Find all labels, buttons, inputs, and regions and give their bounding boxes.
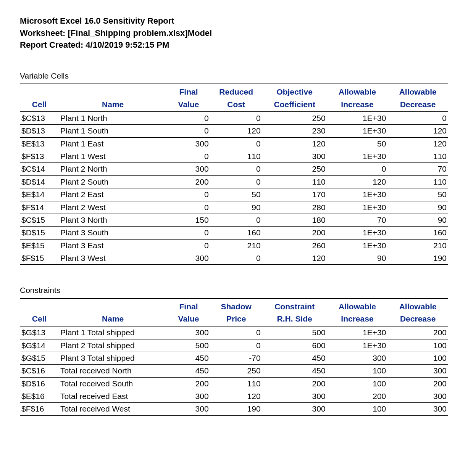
allowable-decrease: 100: [387, 352, 448, 364]
col-header-blank: [20, 84, 59, 98]
allowable-increase: 120: [327, 175, 388, 188]
cell: $F$14: [20, 201, 59, 214]
third-value: 600: [262, 339, 327, 352]
table-row: $F$15Plant 3 West300012090190: [20, 252, 448, 265]
third-value: 110: [262, 175, 327, 188]
final-value: 0: [167, 201, 210, 214]
final-value: 300: [167, 137, 210, 150]
final-value: 500: [167, 339, 210, 352]
table-row: $C$16Total received North450250450100300: [20, 365, 448, 377]
name: Plant 2 East: [59, 188, 167, 201]
final-value: 300: [167, 390, 210, 402]
second-value: 0: [210, 175, 262, 188]
variable-cells-table: Final Reduced Objective Allowable Allowa…: [20, 84, 448, 265]
col-header-constraint: Constraint: [262, 299, 327, 313]
allowable-increase: 1E+30: [327, 150, 388, 163]
cell: $D$14: [20, 175, 59, 188]
col-header-final: Final: [167, 299, 210, 313]
second-value: 0: [210, 339, 262, 352]
final-value: 200: [167, 377, 210, 390]
allowable-increase: 70: [327, 214, 388, 226]
third-value: 250: [262, 163, 327, 175]
section-title-constraints: Constraints: [20, 285, 448, 296]
col-header-reduced: Reduced: [210, 84, 262, 98]
table-row: $G$13Plant 1 Total shipped30005001E+3020…: [20, 326, 448, 339]
col-header-blank: [59, 299, 167, 313]
third-value: 230: [262, 125, 327, 137]
name: Plant 1 West: [59, 150, 167, 163]
allowable-increase: 90: [327, 252, 388, 265]
col-header-value: Value: [167, 98, 210, 112]
second-value: 110: [210, 377, 262, 390]
name: Plant 2 Total shipped: [59, 339, 167, 352]
allowable-decrease: 300: [387, 390, 448, 402]
table-row: $C$15Plant 3 North15001807090: [20, 214, 448, 226]
name: Plant 1 South: [59, 125, 167, 137]
cell: $E$15: [20, 239, 59, 252]
second-value: 250: [210, 365, 262, 377]
allowable-increase: 1E+30: [327, 125, 388, 137]
final-value: 450: [167, 365, 210, 377]
table-row: $D$15Plant 3 South01602001E+30160: [20, 227, 448, 239]
allowable-increase: 1E+30: [327, 112, 388, 125]
col-header-final: Final: [167, 84, 210, 98]
final-value: 300: [167, 326, 210, 339]
third-value: 120: [262, 252, 327, 265]
name: Total received North: [59, 365, 167, 377]
second-value: 120: [210, 390, 262, 402]
cell: $E$13: [20, 137, 59, 150]
allowable-increase: 1E+30: [327, 188, 388, 201]
allowable-decrease: 160: [387, 227, 448, 239]
cell: $C$14: [20, 163, 59, 175]
name: Plant 2 West: [59, 201, 167, 214]
name: Plant 3 South: [59, 227, 167, 239]
allowable-decrease: 190: [387, 252, 448, 265]
col-header-name: Name: [59, 98, 167, 112]
col-header-allowable-inc: Allowable: [327, 84, 388, 98]
allowable-increase: 100: [327, 403, 388, 416]
cell: $G$14: [20, 339, 59, 352]
col-header-value: Value: [167, 313, 210, 326]
report-header: Microsoft Excel 16.0 Sensitivity Report …: [20, 15, 448, 51]
cell: $D$13: [20, 125, 59, 137]
table-row: $E$13Plant 1 East300012050120: [20, 137, 448, 150]
worksheet-name: Worksheet: [Final_Shipping problem.xlsx]…: [20, 27, 448, 39]
final-value: 450: [167, 352, 210, 364]
final-value: 0: [167, 188, 210, 201]
col-header-rhside: R.H. Side: [262, 313, 327, 326]
col-header-coefficient: Coefficient: [262, 98, 327, 112]
final-value: 0: [167, 239, 210, 252]
report-title: Microsoft Excel 16.0 Sensitivity Report: [20, 15, 448, 27]
final-value: 300: [167, 163, 210, 175]
name: Plant 3 East: [59, 239, 167, 252]
cell: $E$14: [20, 188, 59, 201]
col-header-decrease: Decrease: [387, 313, 448, 326]
allowable-decrease: 210: [387, 239, 448, 252]
cell: $F$15: [20, 252, 59, 265]
col-header-blank: [20, 299, 59, 313]
third-value: 500: [262, 326, 327, 339]
cell: $G$15: [20, 352, 59, 364]
final-value: 0: [167, 227, 210, 239]
col-header-allowable-dec: Allowable: [387, 84, 448, 98]
section-title-variable-cells: Variable Cells: [20, 71, 448, 81]
second-value: 50: [210, 188, 262, 201]
final-value: 0: [167, 150, 210, 163]
allowable-increase: 50: [327, 137, 388, 150]
allowable-decrease: 50: [387, 188, 448, 201]
name: Plant 1 East: [59, 137, 167, 150]
allowable-increase: 300: [327, 352, 388, 364]
second-value: 110: [210, 150, 262, 163]
col-header-allowable-inc: Allowable: [327, 299, 388, 313]
allowable-increase: 1E+30: [327, 239, 388, 252]
second-value: 160: [210, 227, 262, 239]
col-header-shadow: Shadow: [210, 299, 262, 313]
col-header-cell: Cell: [20, 313, 59, 326]
allowable-increase: 1E+30: [327, 201, 388, 214]
cell: $F$13: [20, 150, 59, 163]
second-value: 0: [210, 326, 262, 339]
cell: $E$16: [20, 390, 59, 402]
table-row: $C$13Plant 1 North002501E+300: [20, 112, 448, 125]
allowable-decrease: 120: [387, 125, 448, 137]
second-value: 120: [210, 125, 262, 137]
